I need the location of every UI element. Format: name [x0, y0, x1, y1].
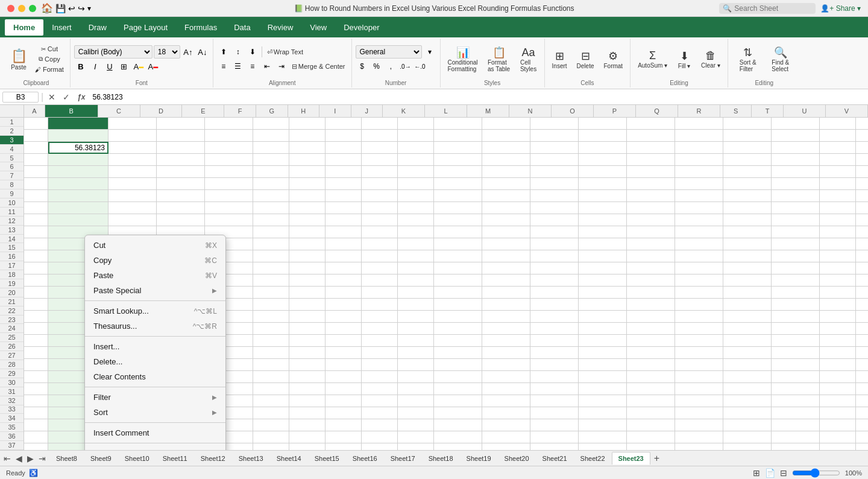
- cell-Q28[interactable]: [723, 443, 772, 450]
- wrap-text-btn[interactable]: ⏎ Wrap Text: [265, 47, 306, 57]
- cell-N22[interactable]: [579, 371, 627, 383]
- cell-T20[interactable]: [856, 347, 868, 359]
- cell-R6[interactable]: [772, 178, 820, 190]
- cell-Q17[interactable]: [723, 311, 772, 323]
- cell-D2[interactable]: [157, 130, 205, 142]
- cell-T10[interactable]: [856, 226, 868, 238]
- cell-N15[interactable]: [579, 287, 627, 299]
- col-header-C[interactable]: C: [98, 105, 140, 117]
- cell-M25[interactable]: [530, 407, 579, 419]
- undo-icon[interactable]: ↩: [68, 4, 75, 13]
- cell-A28[interactable]: [24, 443, 48, 450]
- cell-F13[interactable]: [253, 262, 289, 274]
- row-header-29[interactable]: 29: [0, 369, 24, 378]
- cell-K11[interactable]: [434, 238, 482, 250]
- cell-T17[interactable]: [856, 311, 868, 323]
- cell-M26[interactable]: [530, 419, 579, 431]
- cell-F23[interactable]: [253, 383, 289, 395]
- cell-R22[interactable]: [772, 371, 820, 383]
- cell-P10[interactable]: [675, 226, 723, 238]
- cell-Q12[interactable]: [723, 250, 772, 262]
- cell-D5[interactable]: [157, 166, 205, 178]
- cell-styles-btn[interactable]: Aa CellStyles: [517, 45, 541, 74]
- cell-F26[interactable]: [253, 419, 289, 431]
- conditional-formatting-btn[interactable]: 📊 ConditionalFormatting: [444, 44, 482, 74]
- cell-Q19[interactable]: [723, 335, 772, 347]
- tab-insert[interactable]: Insert: [43, 19, 80, 36]
- cell-G24[interactable]: [289, 395, 326, 407]
- cell-R27[interactable]: [772, 431, 820, 443]
- cell-O10[interactable]: [627, 226, 675, 238]
- cell-K27[interactable]: [434, 431, 482, 443]
- cell-O28[interactable]: [627, 443, 675, 450]
- cell-K28[interactable]: [434, 443, 482, 450]
- cell-J7[interactable]: [398, 190, 434, 202]
- cell-J26[interactable]: [398, 419, 434, 431]
- cell-D8[interactable]: [157, 202, 205, 214]
- cell-G4[interactable]: [289, 154, 326, 166]
- cell-L18[interactable]: [482, 323, 530, 335]
- cell-H25[interactable]: [326, 407, 362, 419]
- cell-S24[interactable]: [820, 395, 856, 407]
- align-left-btn[interactable]: ≡: [217, 60, 230, 73]
- cell-N6[interactable]: [579, 178, 627, 190]
- cell-L5[interactable]: [482, 166, 530, 178]
- cell-S8[interactable]: [820, 202, 856, 214]
- cell-H28[interactable]: [326, 443, 362, 450]
- view-break-btn[interactable]: ⊟: [780, 468, 787, 478]
- cell-S7[interactable]: [820, 190, 856, 202]
- cell-H9[interactable]: [326, 214, 362, 226]
- cell-S26[interactable]: [820, 419, 856, 431]
- cell-K18[interactable]: [434, 323, 482, 335]
- cell-A2[interactable]: [24, 130, 48, 142]
- cell-I9[interactable]: [362, 214, 398, 226]
- cell-Q27[interactable]: [723, 431, 772, 443]
- cell-A14[interactable]: [24, 274, 48, 287]
- tab-review[interactable]: Review: [259, 19, 302, 36]
- row-header-19[interactable]: 19: [0, 279, 24, 288]
- cell-J16[interactable]: [398, 299, 434, 311]
- cell-N28[interactable]: [579, 443, 627, 450]
- cell-F7[interactable]: [253, 190, 289, 202]
- cell-K13[interactable]: [434, 262, 482, 274]
- row-header-36[interactable]: 36: [0, 432, 24, 441]
- cell-S13[interactable]: [820, 262, 856, 274]
- cell-H23[interactable]: [326, 383, 362, 395]
- cell-P12[interactable]: [675, 250, 723, 262]
- cell-F24[interactable]: [253, 395, 289, 407]
- ctx-item-format-cells---[interactable]: Format Cells...⌘1: [85, 446, 225, 450]
- cell-K21[interactable]: [434, 359, 482, 371]
- cell-I20[interactable]: [362, 347, 398, 359]
- formula-confirm[interactable]: ✓: [60, 92, 72, 102]
- row-header-3[interactable]: 3: [0, 136, 24, 145]
- col-header-P[interactable]: P: [594, 105, 636, 117]
- cell-R2[interactable]: [772, 130, 820, 142]
- cell-I18[interactable]: [362, 323, 398, 335]
- sheet-tab-sheet18[interactable]: Sheet18: [422, 452, 460, 465]
- cell-J8[interactable]: [398, 202, 434, 214]
- cell-F22[interactable]: [253, 371, 289, 383]
- cell-J15[interactable]: [398, 287, 434, 299]
- view-layout-btn[interactable]: 📄: [765, 468, 775, 478]
- cell-O18[interactable]: [627, 323, 675, 335]
- add-sheet-button[interactable]: +: [650, 452, 663, 465]
- cell-R1[interactable]: [772, 118, 820, 130]
- fill-btn[interactable]: ⬇ Fill ▾: [673, 48, 695, 71]
- cell-reference[interactable]: [2, 92, 39, 103]
- col-header-A[interactable]: A: [24, 105, 45, 117]
- copy-button[interactable]: ⧉Copy: [33, 54, 66, 64]
- cell-H18[interactable]: [326, 323, 362, 335]
- cell-N5[interactable]: [579, 166, 627, 178]
- cell-T21[interactable]: [856, 359, 868, 371]
- cell-T19[interactable]: [856, 335, 868, 347]
- cell-N9[interactable]: [579, 214, 627, 226]
- cell-Q25[interactable]: [723, 407, 772, 419]
- cell-R9[interactable]: [772, 214, 820, 226]
- cell-K26[interactable]: [434, 419, 482, 431]
- cell-H24[interactable]: [326, 395, 362, 407]
- ctx-item-clear-contents[interactable]: Clear Contents: [85, 369, 225, 384]
- cell-M1[interactable]: [530, 118, 579, 130]
- cell-G1[interactable]: [289, 118, 326, 130]
- cell-N14[interactable]: [579, 274, 627, 287]
- cell-N21[interactable]: [579, 359, 627, 371]
